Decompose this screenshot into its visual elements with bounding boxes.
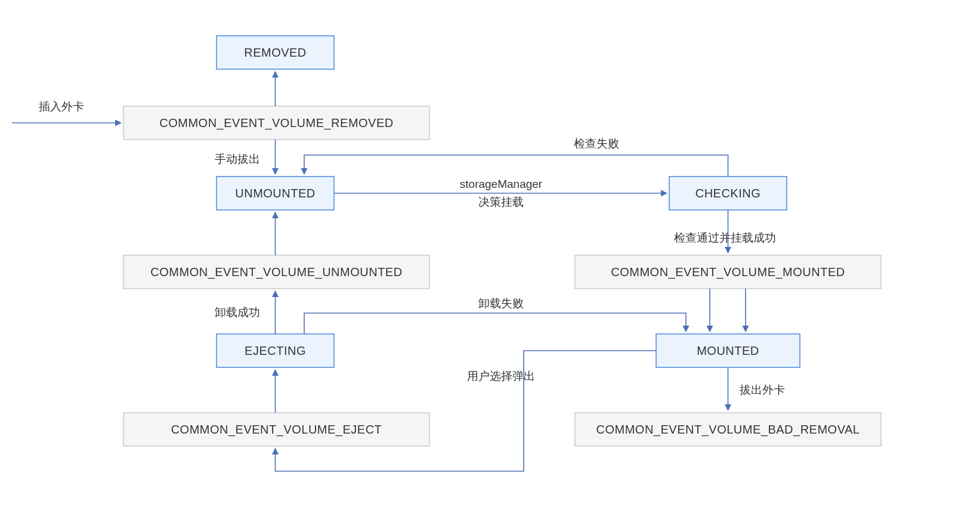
- event-volume-eject-label: COMMON_EVENT_VOLUME_EJECT: [171, 423, 382, 437]
- label-pull-card: 拔出外卡: [740, 383, 785, 396]
- label-check-fail: 检查失败: [574, 137, 619, 150]
- state-mounted: MOUNTED: [656, 334, 800, 367]
- event-volume-unmounted-label: COMMON_EVENT_VOLUME_UNMOUNTED: [150, 265, 402, 279]
- label-insert-card: 插入外卡: [39, 100, 84, 113]
- state-removed: REMOVED: [217, 36, 334, 69]
- state-ejecting: EJECTING: [217, 334, 334, 367]
- state-unmounted-label: UNMOUNTED: [235, 187, 316, 200]
- arrow-mounted-to-event-eject: [276, 351, 657, 471]
- state-checking-label: CHECKING: [695, 187, 761, 200]
- state-checking: CHECKING: [669, 177, 787, 210]
- arrow-ejecting-fail-to-mounted: [304, 313, 686, 334]
- state-ejecting-label: EJECTING: [245, 344, 306, 357]
- event-volume-removed-label: COMMON_EVENT_VOLUME_REMOVED: [159, 116, 393, 130]
- state-mounted-label: MOUNTED: [697, 344, 759, 357]
- label-check-pass: 检查通过并挂载成功: [674, 231, 776, 244]
- event-volume-removed: COMMON_EVENT_VOLUME_REMOVED: [123, 106, 429, 140]
- event-volume-bad-removal: COMMON_EVENT_VOLUME_BAD_REMOVAL: [575, 413, 881, 446]
- state-unmounted: UNMOUNTED: [217, 177, 334, 210]
- label-decide-mount: 决策挂载: [478, 196, 524, 208]
- event-volume-eject: COMMON_EVENT_VOLUME_EJECT: [123, 413, 429, 446]
- state-diagram: REMOVED UNMOUNTED CHECKING EJECTING MOUN…: [0, 0, 980, 529]
- label-unload-success: 卸载成功: [215, 306, 260, 318]
- event-volume-unmounted: COMMON_EVENT_VOLUME_UNMOUNTED: [123, 255, 429, 289]
- event-volume-mounted: COMMON_EVENT_VOLUME_MOUNTED: [575, 255, 881, 289]
- label-user-choose-eject: 用户选择弹出: [467, 370, 535, 382]
- label-unload-fail: 卸载失败: [478, 297, 524, 310]
- state-removed-label: REMOVED: [244, 46, 307, 59]
- label-manual-pull: 手动拔出: [215, 153, 260, 165]
- arrow-checking-fail: [304, 155, 728, 177]
- label-storage-manager: storageManager: [460, 178, 543, 190]
- event-volume-mounted-label: COMMON_EVENT_VOLUME_MOUNTED: [611, 265, 845, 279]
- event-volume-bad-removal-label: COMMON_EVENT_VOLUME_BAD_REMOVAL: [596, 423, 860, 437]
